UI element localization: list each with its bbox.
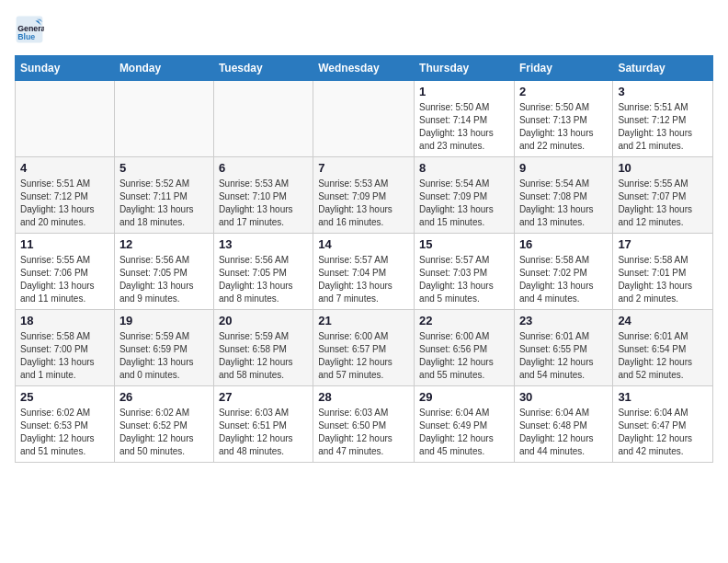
- day-number: 6: [219, 161, 308, 175]
- calendar-cell: [213, 81, 313, 157]
- calendar-cell: 7Sunrise: 5:53 AM Sunset: 7:09 PM Daylig…: [313, 157, 415, 234]
- calendar-cell: 25Sunrise: 6:02 AM Sunset: 6:53 PM Dayli…: [16, 386, 115, 463]
- calendar-cell: 26Sunrise: 6:02 AM Sunset: 6:52 PM Dayli…: [114, 386, 213, 463]
- day-number: 21: [318, 314, 409, 327]
- day-info: Sunrise: 6:04 AM Sunset: 6:48 PM Dayligh…: [519, 407, 608, 458]
- day-number: 22: [419, 314, 509, 327]
- weekday-header: Tuesday: [213, 56, 313, 81]
- day-info: Sunrise: 5:58 AM Sunset: 7:02 PM Dayligh…: [519, 254, 608, 305]
- weekday-header: Sunday: [16, 56, 115, 81]
- day-number: 24: [618, 314, 708, 327]
- calendar-cell: 11Sunrise: 5:55 AM Sunset: 7:06 PM Dayli…: [16, 234, 115, 310]
- day-number: 31: [618, 390, 708, 404]
- day-number: 9: [519, 161, 608, 175]
- day-number: 18: [20, 314, 109, 327]
- day-info: Sunrise: 5:51 AM Sunset: 7:12 PM Dayligh…: [20, 178, 109, 229]
- calendar-cell: 18Sunrise: 5:58 AM Sunset: 7:00 PM Dayli…: [16, 310, 115, 386]
- day-info: Sunrise: 5:52 AM Sunset: 7:11 PM Dayligh…: [119, 178, 209, 229]
- weekday-header: Monday: [114, 56, 213, 81]
- day-number: 5: [119, 161, 209, 175]
- day-number: 8: [419, 161, 509, 175]
- calendar-cell: 15Sunrise: 5:57 AM Sunset: 7:03 PM Dayli…: [415, 234, 515, 310]
- day-number: 15: [419, 237, 509, 251]
- day-info: Sunrise: 6:02 AM Sunset: 6:53 PM Dayligh…: [20, 407, 109, 458]
- weekday-header: Saturday: [613, 56, 713, 81]
- calendar-cell: 13Sunrise: 5:56 AM Sunset: 7:05 PM Dayli…: [213, 234, 313, 310]
- logo-icon: General Blue: [15, 15, 44, 44]
- day-number: 16: [519, 237, 608, 251]
- day-number: 30: [519, 390, 608, 404]
- day-number: 29: [419, 390, 509, 404]
- day-info: Sunrise: 5:56 AM Sunset: 7:05 PM Dayligh…: [219, 254, 308, 305]
- calendar-week-row: 1Sunrise: 5:50 AM Sunset: 7:14 PM Daylig…: [16, 81, 713, 157]
- calendar-cell: 19Sunrise: 5:59 AM Sunset: 6:59 PM Dayli…: [114, 310, 213, 386]
- calendar-week-row: 11Sunrise: 5:55 AM Sunset: 7:06 PM Dayli…: [16, 234, 713, 310]
- day-number: 11: [20, 237, 109, 251]
- day-number: 1: [419, 85, 509, 98]
- day-info: Sunrise: 5:55 AM Sunset: 7:06 PM Dayligh…: [20, 254, 109, 305]
- calendar-cell: 17Sunrise: 5:58 AM Sunset: 7:01 PM Dayli…: [613, 234, 713, 310]
- day-info: Sunrise: 5:59 AM Sunset: 6:59 PM Dayligh…: [119, 330, 209, 382]
- day-info: Sunrise: 6:00 AM Sunset: 6:57 PM Dayligh…: [318, 330, 409, 382]
- calendar-body: 1Sunrise: 5:50 AM Sunset: 7:14 PM Daylig…: [16, 81, 713, 463]
- day-info: Sunrise: 6:03 AM Sunset: 6:50 PM Dayligh…: [318, 407, 409, 458]
- day-number: 26: [119, 390, 209, 404]
- day-info: Sunrise: 5:57 AM Sunset: 7:04 PM Dayligh…: [318, 254, 409, 305]
- calendar-cell: 16Sunrise: 5:58 AM Sunset: 7:02 PM Dayli…: [514, 234, 612, 310]
- calendar-cell: 30Sunrise: 6:04 AM Sunset: 6:48 PM Dayli…: [514, 386, 612, 463]
- calendar-cell: 4Sunrise: 5:51 AM Sunset: 7:12 PM Daylig…: [16, 157, 115, 234]
- calendar-cell: [16, 81, 115, 157]
- day-info: Sunrise: 5:58 AM Sunset: 7:00 PM Dayligh…: [20, 330, 109, 382]
- calendar-week-row: 18Sunrise: 5:58 AM Sunset: 7:00 PM Dayli…: [16, 310, 713, 386]
- calendar-cell: 5Sunrise: 5:52 AM Sunset: 7:11 PM Daylig…: [114, 157, 213, 234]
- weekday-header: Wednesday: [313, 56, 415, 81]
- day-number: 19: [119, 314, 209, 327]
- calendar-header-row: SundayMondayTuesdayWednesdayThursdayFrid…: [16, 56, 713, 81]
- day-number: 2: [519, 85, 608, 98]
- calendar-cell: 24Sunrise: 6:01 AM Sunset: 6:54 PM Dayli…: [613, 310, 713, 386]
- day-info: Sunrise: 5:56 AM Sunset: 7:05 PM Dayligh…: [119, 254, 209, 305]
- calendar-cell: 28Sunrise: 6:03 AM Sunset: 6:50 PM Dayli…: [313, 386, 415, 463]
- calendar-cell: 21Sunrise: 6:00 AM Sunset: 6:57 PM Dayli…: [313, 310, 415, 386]
- day-info: Sunrise: 5:54 AM Sunset: 7:08 PM Dayligh…: [519, 178, 608, 229]
- day-info: Sunrise: 6:03 AM Sunset: 6:51 PM Dayligh…: [219, 407, 308, 458]
- calendar-cell: 12Sunrise: 5:56 AM Sunset: 7:05 PM Dayli…: [114, 234, 213, 310]
- day-number: 4: [20, 161, 109, 175]
- calendar-cell: 23Sunrise: 6:01 AM Sunset: 6:55 PM Dayli…: [514, 310, 612, 386]
- day-info: Sunrise: 6:01 AM Sunset: 6:54 PM Dayligh…: [618, 330, 708, 382]
- day-info: Sunrise: 5:53 AM Sunset: 7:10 PM Dayligh…: [219, 178, 308, 229]
- calendar-cell: 10Sunrise: 5:55 AM Sunset: 7:07 PM Dayli…: [613, 157, 713, 234]
- calendar-cell: 6Sunrise: 5:53 AM Sunset: 7:10 PM Daylig…: [213, 157, 313, 234]
- calendar-cell: 29Sunrise: 6:04 AM Sunset: 6:49 PM Dayli…: [415, 386, 515, 463]
- calendar-week-row: 25Sunrise: 6:02 AM Sunset: 6:53 PM Dayli…: [16, 386, 713, 463]
- day-number: 27: [219, 390, 308, 404]
- day-number: 20: [219, 314, 308, 327]
- calendar-cell: 14Sunrise: 5:57 AM Sunset: 7:04 PM Dayli…: [313, 234, 415, 310]
- calendar-cell: 31Sunrise: 6:04 AM Sunset: 6:47 PM Dayli…: [613, 386, 713, 463]
- day-info: Sunrise: 5:54 AM Sunset: 7:09 PM Dayligh…: [419, 178, 509, 229]
- day-info: Sunrise: 6:00 AM Sunset: 6:56 PM Dayligh…: [419, 330, 509, 382]
- day-number: 3: [618, 85, 708, 98]
- calendar-cell: [114, 81, 213, 157]
- day-number: 7: [318, 161, 409, 175]
- day-number: 12: [119, 237, 209, 251]
- calendar-cell: 8Sunrise: 5:54 AM Sunset: 7:09 PM Daylig…: [415, 157, 515, 234]
- weekday-header: Friday: [514, 56, 612, 81]
- day-number: 25: [20, 390, 109, 404]
- day-info: Sunrise: 6:04 AM Sunset: 6:49 PM Dayligh…: [419, 407, 509, 458]
- logo: General Blue: [15, 15, 44, 44]
- calendar-cell: 1Sunrise: 5:50 AM Sunset: 7:14 PM Daylig…: [415, 81, 515, 157]
- day-info: Sunrise: 6:04 AM Sunset: 6:47 PM Dayligh…: [618, 407, 708, 458]
- day-info: Sunrise: 5:57 AM Sunset: 7:03 PM Dayligh…: [419, 254, 509, 305]
- day-number: 14: [318, 237, 409, 251]
- day-number: 17: [618, 237, 708, 251]
- calendar-week-row: 4Sunrise: 5:51 AM Sunset: 7:12 PM Daylig…: [16, 157, 713, 234]
- calendar-cell: 3Sunrise: 5:51 AM Sunset: 7:12 PM Daylig…: [613, 81, 713, 157]
- page-header: General Blue: [15, 15, 713, 44]
- calendar-cell: 20Sunrise: 5:59 AM Sunset: 6:58 PM Dayli…: [213, 310, 313, 386]
- calendar-cell: 2Sunrise: 5:50 AM Sunset: 7:13 PM Daylig…: [514, 81, 612, 157]
- calendar-cell: 9Sunrise: 5:54 AM Sunset: 7:08 PM Daylig…: [514, 157, 612, 234]
- day-info: Sunrise: 6:01 AM Sunset: 6:55 PM Dayligh…: [519, 330, 608, 382]
- day-info: Sunrise: 6:02 AM Sunset: 6:52 PM Dayligh…: [119, 407, 209, 458]
- calendar-table: SundayMondayTuesdayWednesdayThursdayFrid…: [15, 55, 713, 463]
